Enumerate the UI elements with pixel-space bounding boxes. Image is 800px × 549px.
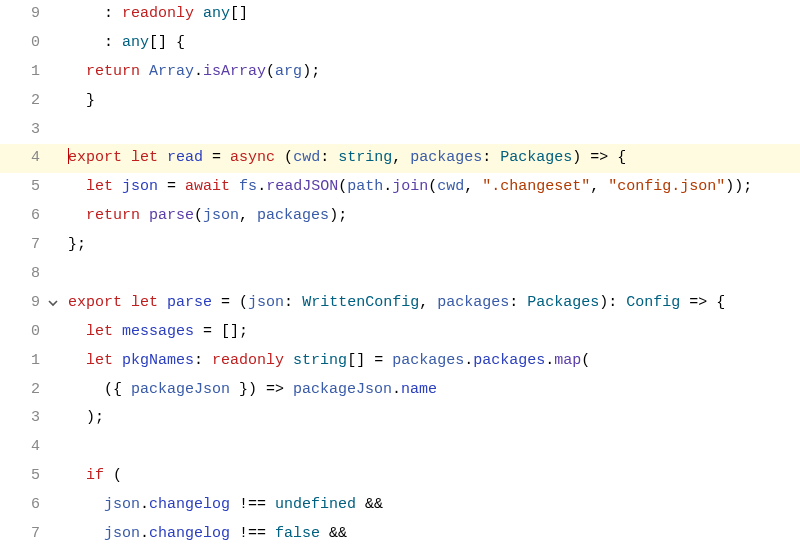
gutter: 3 [0, 116, 64, 145]
code-line: 9 export let parse = (json: WrittenConfi… [0, 289, 800, 318]
code-line: 0 : any[] { [0, 29, 800, 58]
line-number: 1 [18, 347, 46, 376]
line-number: 3 [18, 404, 46, 433]
code-content[interactable]: : readonly any[] [64, 0, 800, 29]
code-line: 1 return Array.isArray(arg); [0, 58, 800, 87]
gutter: 0 [0, 318, 64, 347]
code-content[interactable]: let messages = []; [64, 318, 800, 347]
code-line: 0 let messages = []; [0, 318, 800, 347]
gutter: 2 [0, 376, 64, 405]
line-number: 5 [18, 462, 46, 491]
line-number: 6 [18, 491, 46, 520]
line-number: 4 [18, 433, 46, 462]
code-editor[interactable]: 9 : readonly any[] 0 : any[] { 1 return … [0, 0, 800, 549]
line-number: 7 [18, 231, 46, 260]
code-line-highlighted: 4 export let read = async (cwd: string, … [0, 144, 800, 173]
gutter: 7 [0, 520, 64, 549]
line-number: 2 [18, 376, 46, 405]
code-content[interactable] [64, 116, 800, 145]
code-content[interactable]: let pkgNames: readonly string[] = packag… [64, 347, 800, 376]
code-line: 6 return parse(json, packages); [0, 202, 800, 231]
code-content[interactable]: return parse(json, packages); [64, 202, 800, 231]
gutter: 5 [0, 173, 64, 202]
gutter: 4 [0, 433, 64, 462]
code-line: 3 ); [0, 404, 800, 433]
code-content[interactable]: ({ packageJson }) => packageJson.name [64, 376, 800, 405]
line-number: 5 [18, 173, 46, 202]
code-line: 3 [0, 116, 800, 145]
code-content[interactable]: } [64, 87, 800, 116]
code-content[interactable]: : any[] { [64, 29, 800, 58]
code-content[interactable]: ); [64, 404, 800, 433]
gutter: 7 [0, 231, 64, 260]
gutter: 9 [0, 289, 64, 318]
code-line: 6 json.changelog !== undefined && [0, 491, 800, 520]
gutter: 8 [0, 260, 64, 289]
gutter: 3 [0, 404, 64, 433]
code-content[interactable]: return Array.isArray(arg); [64, 58, 800, 87]
code-content[interactable]: let json = await fs.readJSON(path.join(c… [64, 173, 800, 202]
gutter: 2 [0, 87, 64, 116]
line-number: 7 [18, 520, 46, 549]
code-content[interactable] [64, 433, 800, 462]
gutter: 1 [0, 347, 64, 376]
code-content[interactable]: export let parse = (json: WrittenConfig,… [64, 289, 800, 318]
line-number: 9 [18, 289, 46, 318]
line-number: 8 [18, 260, 46, 289]
code-line: 8 [0, 260, 800, 289]
line-number: 2 [18, 87, 46, 116]
code-line: 5 let json = await fs.readJSON(path.join… [0, 173, 800, 202]
gutter: 6 [0, 491, 64, 520]
code-content[interactable]: if ( [64, 462, 800, 491]
line-number: 0 [18, 29, 46, 58]
code-line: 4 [0, 433, 800, 462]
line-number: 6 [18, 202, 46, 231]
gutter: 5 [0, 462, 64, 491]
gutter: 6 [0, 202, 64, 231]
gutter: 1 [0, 58, 64, 87]
code-line: 2 ({ packageJson }) => packageJson.name [0, 376, 800, 405]
line-number: 3 [18, 116, 46, 145]
line-number: 4 [18, 144, 46, 173]
code-line: 5 if ( [0, 462, 800, 491]
code-content[interactable]: }; [64, 231, 800, 260]
line-number: 1 [18, 58, 46, 87]
code-line: 9 : readonly any[] [0, 0, 800, 29]
gutter: 0 [0, 29, 64, 58]
code-line: 1 let pkgNames: readonly string[] = pack… [0, 347, 800, 376]
fold-chevron-down-icon[interactable] [46, 297, 60, 309]
code-line: 7 json.changelog !== false && [0, 520, 800, 549]
gutter: 4 [0, 144, 64, 173]
code-content[interactable]: export let read = async (cwd: string, pa… [64, 144, 800, 173]
gutter: 9 [0, 0, 64, 29]
code-line: 7 }; [0, 231, 800, 260]
line-number: 9 [18, 0, 46, 29]
code-line: 2 } [0, 87, 800, 116]
code-content[interactable]: json.changelog !== false && [64, 520, 800, 549]
code-content[interactable] [64, 260, 800, 289]
line-number: 0 [18, 318, 46, 347]
code-content[interactable]: json.changelog !== undefined && [64, 491, 800, 520]
